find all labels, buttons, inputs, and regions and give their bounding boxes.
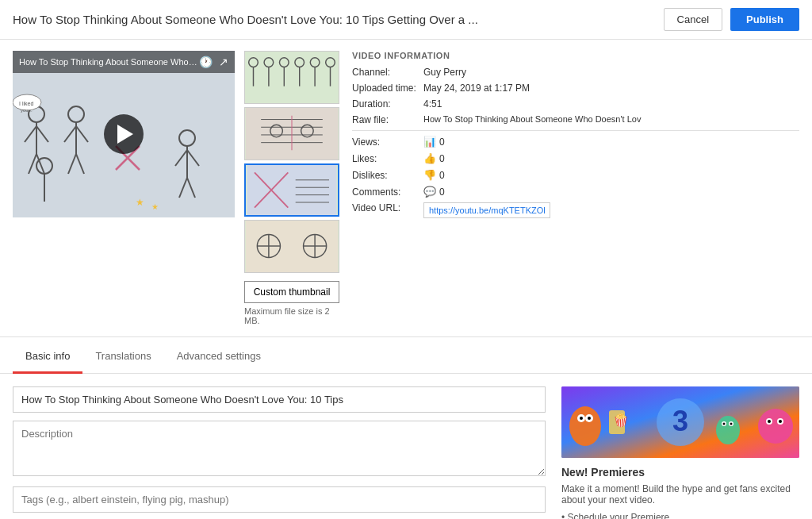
custom-thumbnail-button[interactable]: Custom thumbnail: [244, 281, 339, 303]
svg-text:you...: you...: [21, 108, 33, 113]
play-triangle-icon: [117, 125, 133, 144]
video-overlay-title: How To Stop Thinking About Someone Who D…: [19, 57, 199, 67]
views-icon: 📊: [423, 136, 436, 148]
svg-point-64: [569, 406, 601, 446]
comments-label: Comments:: [352, 186, 423, 198]
url-row: Video URL:: [352, 202, 799, 218]
svg-rect-28: [246, 52, 338, 103]
duration-label: Duration:: [352, 98, 423, 110]
video-url-input[interactable]: [423, 202, 550, 218]
video-section: I liked you... ★ ★: [13, 51, 339, 325]
cancel-button[interactable]: Cancel: [664, 8, 722, 31]
play-button[interactable]: [104, 114, 144, 154]
likes-icon: 👍: [423, 152, 436, 164]
duration-row: Duration: 4:51: [352, 98, 799, 110]
views-value: 0: [439, 136, 445, 148]
thumbnail-2[interactable]: [244, 107, 339, 160]
max-file-size-text: Maximum file size is 2 MB.: [244, 306, 339, 325]
raw-file-row: Raw file: How To Stop Thinking About Som…: [352, 114, 799, 125]
title-input[interactable]: [13, 386, 546, 413]
channel-row: Channel: Guy Perry: [352, 67, 799, 78]
tab-content: 🍿 3 New! Premieres Make it a moment! Bui…: [0, 374, 812, 519]
views-row: Views: 📊 0: [352, 136, 799, 148]
promo-title: New! Premieres: [561, 466, 799, 479]
share-icon[interactable]: ↗: [219, 56, 228, 68]
thumbnail-1[interactable]: [244, 51, 339, 104]
svg-point-69: [758, 409, 793, 444]
channel-label: Channel:: [352, 67, 423, 78]
dislikes-label: Dislikes:: [352, 170, 423, 181]
svg-text:★: ★: [136, 197, 144, 208]
svg-point-68: [588, 417, 591, 420]
dislikes-value: 0: [439, 170, 445, 181]
likes-label: Likes:: [352, 153, 423, 164]
tab-basic-info[interactable]: Basic info: [13, 340, 82, 374]
dislikes-row: Dislikes: 👎 0: [352, 169, 799, 181]
url-label: Video URL:: [352, 202, 423, 218]
dislikes-icon: 👎: [423, 169, 436, 181]
promo-list: Schedule your Premiere Share your watch …: [561, 512, 799, 519]
page-header: How To Stop Thinking About Someone Who D…: [0, 0, 812, 40]
video-info-panel: VIDEO INFORMATION Channel: Guy Perry Upl…: [352, 51, 799, 325]
promo-section: 🍿 3 New! Premieres Make it a moment! Bui…: [561, 386, 799, 519]
video-player: I liked you... ★ ★: [13, 51, 235, 217]
tags-input[interactable]: [13, 486, 546, 513]
form-section: [13, 386, 546, 519]
comments-value: 0: [439, 186, 445, 198]
custom-thumbnail-section: Custom thumbnail Maximum file size is 2 …: [244, 281, 339, 325]
svg-text:★: ★: [151, 202, 159, 211]
svg-point-81: [723, 423, 726, 425]
uploaded-row: Uploaded time: May 24, 2019 at 1:17 PM: [352, 83, 799, 94]
svg-point-73: [779, 420, 782, 423]
svg-point-72: [768, 420, 771, 423]
svg-text:🍿: 🍿: [613, 413, 629, 428]
svg-text:I liked: I liked: [19, 101, 33, 106]
tabs-bar: Basic info Translations Advanced setting…: [0, 340, 812, 374]
uploaded-label: Uploaded time:: [352, 83, 423, 94]
promo-description: Make it a moment! Build the hype and get…: [561, 483, 799, 506]
thumbnails-strip: Custom thumbnail Maximum file size is 2 …: [244, 51, 339, 325]
main-content: I liked you... ★ ★: [0, 40, 812, 336]
clock-icon: 🕐: [199, 56, 213, 68]
svg-point-67: [580, 417, 583, 420]
video-area: I liked you... ★ ★: [13, 51, 235, 325]
thumbnail-3[interactable]: [244, 163, 339, 217]
likes-value: 0: [439, 153, 445, 164]
publish-button[interactable]: Publish: [730, 8, 799, 31]
thumbnail-4[interactable]: [244, 220, 339, 273]
raw-file-label: Raw file:: [352, 114, 423, 125]
promo-banner: 🍿 3: [561, 386, 799, 458]
channel-value: Guy Perry: [423, 67, 466, 78]
views-label: Views:: [352, 136, 423, 148]
svg-text:3: 3: [672, 405, 688, 437]
page-title: How To Stop Thinking About Someone Who D…: [13, 13, 648, 26]
likes-row: Likes: 👍 0: [352, 152, 799, 164]
promo-list-item: Schedule your Premiere: [561, 512, 799, 519]
header-actions: Cancel Publish: [664, 8, 799, 31]
comments-icon: 💬: [423, 186, 436, 198]
tab-advanced-settings[interactable]: Advanced settings: [164, 340, 274, 374]
svg-point-82: [730, 423, 733, 425]
comments-row: Comments: 💬 0: [352, 186, 799, 198]
video-info-title: VIDEO INFORMATION: [352, 51, 799, 60]
video-overlay-top: How To Stop Thinking About Someone Who D…: [13, 51, 235, 73]
raw-file-value: How To Stop Thinking About Someone Who D…: [423, 114, 641, 125]
description-textarea[interactable]: [13, 421, 546, 476]
duration-value: 4:51: [423, 98, 442, 110]
uploaded-value: May 24, 2019 at 1:17 PM: [423, 83, 530, 94]
svg-rect-49: [247, 165, 337, 215]
tab-translations[interactable]: Translations: [82, 340, 163, 374]
video-overlay-icons: 🕐 ↗: [199, 56, 228, 68]
svg-point-78: [716, 416, 740, 444]
info-divider: [352, 130, 799, 131]
main-separator: [0, 336, 812, 337]
